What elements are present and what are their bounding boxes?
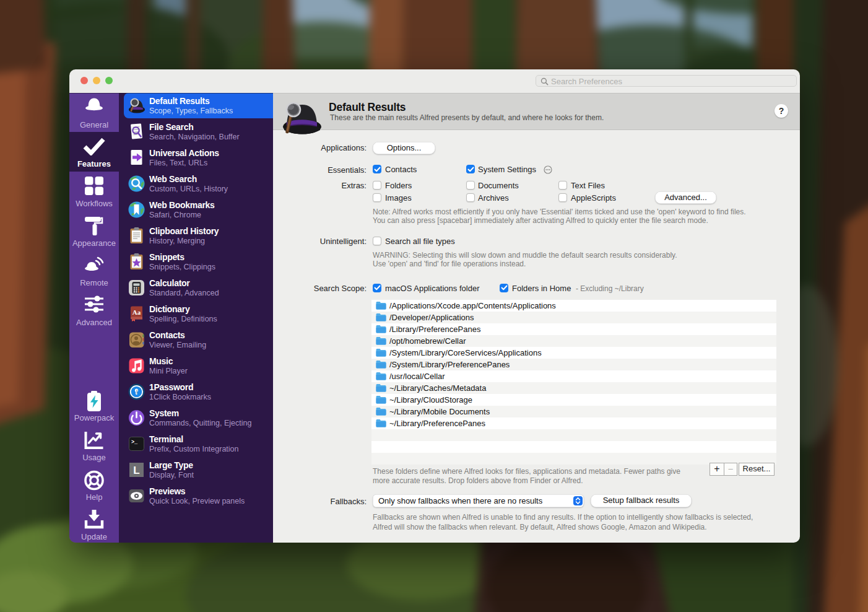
svg-text:>_: >_ bbox=[131, 439, 138, 445]
svg-text:Aa: Aa bbox=[132, 308, 141, 316]
svg-text:L: L bbox=[133, 465, 139, 476]
